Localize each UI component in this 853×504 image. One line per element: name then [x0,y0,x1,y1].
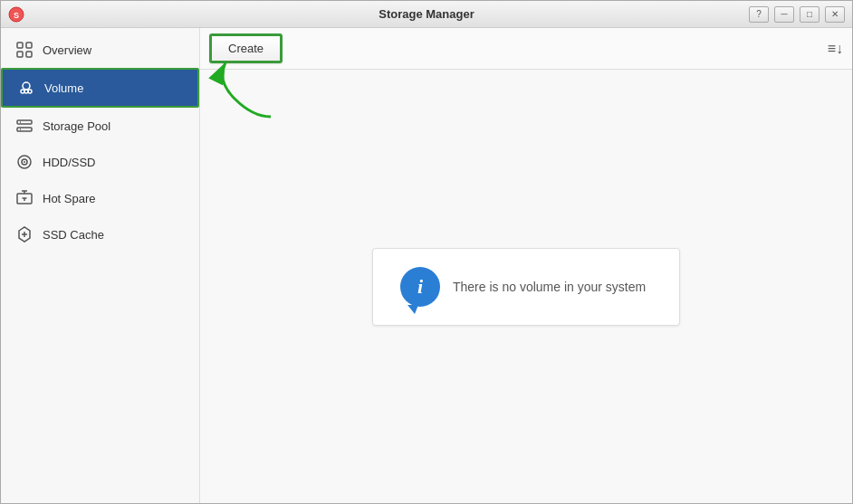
title-bar: S Storage Manager ? ─ □ ✕ [1,1,852,28]
storage-manager-window: S Storage Manager ? ─ □ ✕ [0,0,853,504]
svg-point-16 [24,161,25,163]
info-letter: i [417,277,423,297]
sidebar-item-storage-pool-label: Storage Pool [43,119,110,133]
content-area: Create ≡↓ i There is no volume in your s… [200,28,852,503]
sidebar-item-hdd-ssd-label: HDD/SSD [43,156,96,169]
volume-icon [17,79,35,97]
sidebar: Overview Volume [1,28,200,503]
app-icon: S [8,6,24,23]
create-button[interactable]: Create [209,33,283,63]
window-title: Storage Manager [379,7,474,21]
svg-rect-11 [17,128,32,131]
toolbar: Create ≡↓ [200,28,852,70]
maximize-button[interactable]: □ [800,6,819,23]
hot-spare-icon [15,189,34,207]
storage-pool-icon [15,117,34,135]
svg-point-9 [28,90,32,93]
svg-rect-10 [17,120,32,124]
svg-rect-3 [26,43,32,48]
sidebar-item-volume[interactable]: Volume [1,68,199,108]
svg-rect-2 [17,43,23,48]
info-box: i There is no volume in your system [372,248,680,326]
svg-rect-5 [26,52,32,57]
sidebar-item-hdd-ssd[interactable]: HDD/SSD [1,144,199,180]
sort-icon[interactable]: ≡↓ [828,41,843,57]
toolbar-right: ≡↓ [828,41,843,57]
empty-message: There is no volume in your system [453,280,646,294]
sidebar-item-hot-spare[interactable]: Hot Spare [1,180,199,216]
ssd-cache-icon [15,225,34,243]
sidebar-item-ssd-cache[interactable]: SSD Cache [1,216,199,252]
svg-rect-4 [17,52,23,57]
sidebar-item-hot-spare-label: Hot Spare [43,192,96,205]
sidebar-item-storage-pool[interactable]: Storage Pool [1,108,199,144]
close-button[interactable]: ✕ [825,6,845,23]
hdd-icon [15,153,34,171]
svg-text:S: S [14,11,19,20]
info-icon-wrap: i [400,267,440,307]
help-button[interactable]: ? [749,6,769,23]
sidebar-item-overview[interactable]: Overview [1,32,199,68]
sidebar-item-ssd-cache-label: SSD Cache [43,228,104,242]
svg-point-6 [23,82,30,90]
main-layout: Overview Volume [1,28,852,503]
window-controls: ? ─ □ ✕ [749,6,845,23]
sidebar-item-volume-label: Volume [44,81,83,95]
minimize-button[interactable]: ─ [774,6,794,23]
sidebar-item-overview-label: Overview [43,43,91,57]
content-body: i There is no volume in your system [200,70,852,503]
info-speech-bubble: i [400,267,440,307]
overview-icon [15,41,34,59]
